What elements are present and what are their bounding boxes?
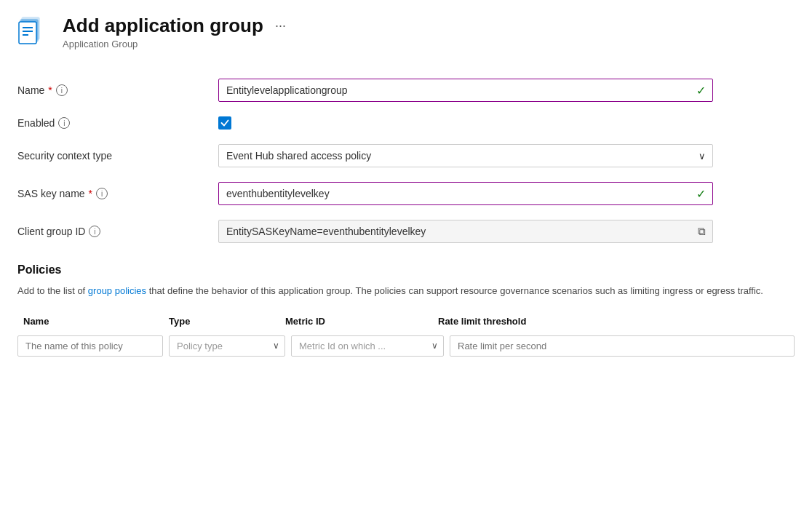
- more-options-button[interactable]: ···: [275, 18, 286, 33]
- policies-description: Add to the list of group policies that d…: [17, 284, 795, 298]
- policy-name-cell: [17, 335, 163, 357]
- policy-metric-cell: Metric Id on which ... ∨: [291, 335, 444, 357]
- sas-key-row: SAS key name * i ✓: [17, 175, 795, 212]
- policies-title: Policies: [17, 263, 795, 277]
- page-title: Add application group: [63, 15, 263, 37]
- client-group-label: Client group ID i: [17, 226, 207, 237]
- name-control-wrap: ✓: [218, 79, 713, 102]
- policy-metric-select-wrap: Metric Id on which ... ∨: [291, 335, 444, 357]
- form-section: Name * i ✓ Enabled i: [17, 71, 795, 250]
- policy-name-input[interactable]: [17, 335, 163, 357]
- name-input-wrap: ✓: [218, 79, 713, 102]
- name-input[interactable]: [218, 79, 713, 102]
- enabled-checkbox[interactable]: [218, 116, 231, 130]
- name-label: Name * i: [17, 84, 207, 96]
- policy-type-select-wrap: Policy type ThrottlingPolicy ∨: [169, 335, 285, 357]
- policies-table: Name Type Metric ID Rate limit threshold…: [17, 311, 795, 361]
- security-context-select-wrap: Event Hub shared access policy ∨: [218, 144, 713, 167]
- sas-key-input-wrap: ✓: [218, 182, 713, 205]
- policy-type-select[interactable]: Policy type ThrottlingPolicy: [169, 335, 285, 357]
- policy-type-cell: Policy type ThrottlingPolicy ∨: [169, 335, 285, 357]
- security-context-select[interactable]: Event Hub shared access policy: [218, 144, 713, 167]
- svg-rect-2: [19, 22, 36, 44]
- client-group-copy-icon[interactable]: ⧉: [698, 225, 706, 238]
- name-row: Name * i ✓: [17, 71, 795, 109]
- page-title-block: Add application group ··· Application Gr…: [63, 15, 286, 49]
- application-group-icon: [17, 16, 52, 51]
- group-policies-link[interactable]: group policies: [88, 285, 146, 296]
- policy-rate-cell: [450, 335, 795, 357]
- sas-key-control-wrap: ✓: [218, 182, 713, 205]
- enabled-control-wrap: [218, 116, 713, 130]
- security-context-control-wrap: Event Hub shared access policy ∨: [218, 144, 713, 167]
- col-header-name: Name: [17, 316, 163, 327]
- enabled-checkbox-wrap: [218, 116, 713, 130]
- security-context-label: Security context type: [17, 150, 207, 162]
- name-info-icon[interactable]: i: [56, 84, 68, 96]
- policy-rate-input[interactable]: [450, 335, 795, 357]
- security-context-row: Security context type Event Hub shared a…: [17, 137, 795, 175]
- policies-table-header: Name Type Metric ID Rate limit threshold: [17, 311, 795, 331]
- policy-metric-select[interactable]: Metric Id on which ...: [291, 335, 444, 357]
- col-header-metric-id: Metric ID: [279, 316, 432, 327]
- client-group-value: EntitySASKeyName=eventhubentitylevelkey: [218, 220, 713, 243]
- client-group-readonly-wrap: EntitySASKeyName=eventhubentitylevelkey …: [218, 220, 713, 243]
- page-subtitle: Application Group: [63, 39, 286, 49]
- client-group-info-icon[interactable]: i: [89, 226, 100, 237]
- sas-key-input[interactable]: [218, 182, 713, 205]
- name-required-star: *: [48, 84, 52, 96]
- page-header: Add application group ··· Application Gr…: [17, 15, 795, 51]
- enabled-row: Enabled i: [17, 109, 795, 137]
- policies-section: Policies Add to the list of group polici…: [17, 263, 795, 361]
- sas-key-label: SAS key name * i: [17, 188, 207, 199]
- col-header-type: Type: [163, 316, 279, 327]
- enabled-label: Enabled i: [17, 117, 207, 129]
- sas-key-info-icon[interactable]: i: [96, 188, 108, 199]
- enabled-info-icon[interactable]: i: [58, 117, 70, 129]
- client-group-control-wrap: EntitySASKeyName=eventhubentitylevelkey …: [218, 220, 713, 243]
- policy-row: Policy type ThrottlingPolicy ∨ Metric Id…: [17, 331, 795, 361]
- col-header-rate-limit: Rate limit threshold: [432, 316, 795, 327]
- client-group-row: Client group ID i EntitySASKeyName=event…: [17, 212, 795, 250]
- sas-key-required-star: *: [89, 188, 92, 199]
